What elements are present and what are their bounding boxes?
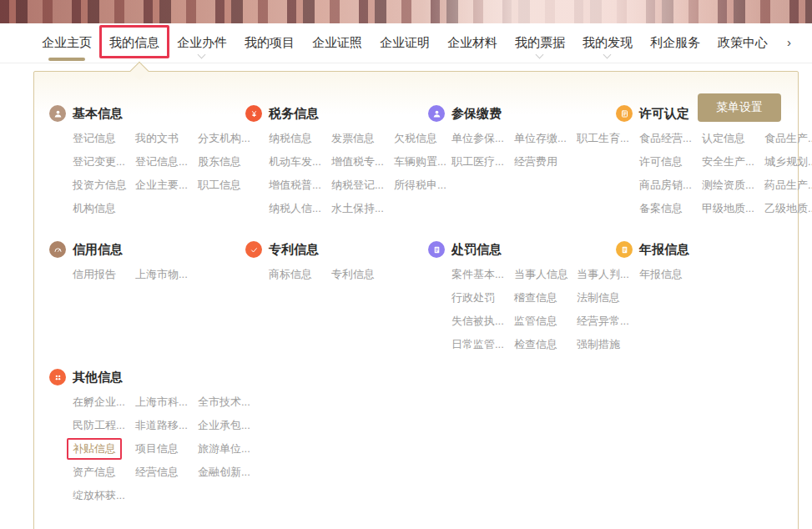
nav-item-enterprise-licenses[interactable]: 企业证照: [312, 23, 362, 63]
section-patent-info: 专利信息商标信息专利信息: [245, 241, 436, 286]
menu-link[interactable]: 强制措施: [577, 333, 623, 356]
menu-link[interactable]: 纳税登记...: [331, 174, 387, 197]
menu-link[interactable]: 金融创新...: [198, 461, 254, 484]
menu-link[interactable]: 监管信息: [514, 310, 561, 333]
insurance-icon: [428, 105, 445, 122]
nav-item-benefit-services[interactable]: 利企服务: [650, 23, 700, 63]
menu-link[interactable]: 在孵企业...: [73, 390, 129, 414]
menu-link[interactable]: 企业主要...: [135, 174, 191, 197]
section-other-info-items: 在孵企业...上海市科...全市技术...民防工程...非道路移...企业承包.…: [73, 390, 240, 507]
menu-link[interactable]: 案件基本...: [451, 263, 507, 286]
menu-link[interactable]: 登记变更...: [73, 150, 129, 174]
menu-link[interactable]: 机构信息: [73, 197, 119, 220]
section-title: 税务信息: [269, 106, 319, 122]
menu-link[interactable]: 项目信息: [135, 437, 182, 461]
menu-link[interactable]: 职工医疗...: [451, 150, 507, 174]
menu-link[interactable]: 单位参保...: [451, 127, 507, 150]
menu-link[interactable]: 经营信息: [135, 461, 182, 484]
section-basic-info-header: 基本信息: [49, 105, 240, 122]
nav-item-my-projects[interactable]: 我的项目: [245, 23, 295, 63]
menu-link[interactable]: 资产信息: [73, 461, 119, 484]
menu-link[interactable]: 非道路移...: [135, 414, 191, 437]
menu-link[interactable]: 投资方信息: [73, 174, 130, 197]
menu-link[interactable]: 法制信息: [577, 286, 623, 310]
section-title: 基本信息: [73, 106, 123, 122]
menu-link[interactable]: 纳税信息: [269, 127, 315, 150]
menu-link[interactable]: 检查信息: [514, 333, 561, 356]
menu-link[interactable]: 绽放杯获...: [73, 484, 129, 507]
nav-item-label: 我的发现: [583, 35, 633, 51]
nav-item-my-discovery[interactable]: 我的发现: [583, 23, 633, 63]
annotation-box-subsidy-info: [67, 438, 122, 460]
nav-item-enterprise-matters[interactable]: 企业办件: [177, 23, 227, 63]
menu-link[interactable]: 单位存缴...: [514, 127, 570, 150]
nav-item-enterprise-home[interactable]: 企业主页: [42, 23, 92, 63]
nav-item-my-info[interactable]: 我的信息: [109, 23, 159, 63]
menu-link[interactable]: 商品房销...: [639, 174, 695, 197]
user-icon: [49, 105, 66, 122]
section-annual-report-info-header: 年报信息: [616, 241, 806, 258]
section-title: 专利信息: [269, 242, 319, 258]
menu-link[interactable]: 所得税申...: [394, 174, 450, 197]
menu-link[interactable]: 职工信息: [198, 174, 245, 197]
nav-item-label: 我的信息: [109, 35, 159, 51]
nav-item-label: 企业材料: [447, 35, 497, 51]
nav-item-label: 企业办件: [177, 35, 227, 51]
menu-link[interactable]: 食品经营...: [639, 127, 695, 150]
menu-link[interactable]: 乙级地质...: [764, 197, 812, 220]
menu-link[interactable]: 经营费用: [514, 150, 561, 174]
menu-link-subsidy-info[interactable]: 补贴信息: [73, 437, 119, 461]
menu-link[interactable]: 登记信息: [73, 127, 119, 150]
menu-link[interactable]: 甲级地质...: [702, 197, 758, 220]
menu-link[interactable]: 发票信息: [331, 127, 378, 150]
panel-caret-icon: [130, 62, 149, 81]
menu-link[interactable]: 水土保持...: [331, 197, 387, 220]
nav-item-my-invoices[interactable]: 我的票据: [515, 23, 565, 63]
menu-link[interactable]: 失信被执...: [451, 310, 507, 333]
nav-item-enterprise-certificates[interactable]: 企业证明: [380, 23, 430, 63]
menu-link[interactable]: 登记信息...: [135, 150, 191, 174]
menu-link[interactable]: 纳税人信...: [269, 197, 325, 220]
menu-link[interactable]: 上海市科...: [135, 390, 191, 414]
menu-link[interactable]: 旅游单位...: [198, 437, 254, 461]
menu-link[interactable]: 增值税普...: [269, 174, 325, 197]
section-tax-info: 税务信息纳税信息发票信息欠税信息机动车发...增值税专...车辆购置...增值税…: [245, 105, 436, 220]
menu-link[interactable]: 信用报告: [73, 263, 119, 286]
menu-link[interactable]: 商标信息: [269, 263, 315, 286]
menu-link[interactable]: 许可信息: [639, 150, 686, 174]
nav-more-arrow-icon[interactable]: ›: [787, 23, 791, 63]
menu-link[interactable]: 股东信息: [198, 150, 245, 174]
menu-link[interactable]: 全市技术...: [198, 390, 254, 414]
menu-link[interactable]: 民防工程...: [73, 414, 129, 437]
section-credit-info: 信用信息信用报告上海市物...: [49, 241, 240, 286]
menu-link[interactable]: 我的文书: [135, 127, 182, 150]
section-title: 处罚信息: [451, 242, 502, 258]
section-basic-info-items: 登记信息我的文书分支机构...登记变更...登记信息...股东信息投资方信息企业…: [73, 127, 240, 220]
menu-link[interactable]: 企业承包...: [198, 414, 254, 437]
section-title: 其他信息: [73, 370, 123, 385]
menu-link[interactable]: 稽查信息: [514, 286, 561, 310]
menu-link[interactable]: 增值税专...: [331, 150, 387, 174]
chevron-down-icon: [536, 51, 544, 59]
menu-link[interactable]: 当事人信息: [514, 263, 572, 286]
menu-link[interactable]: 药品生产...: [764, 174, 812, 197]
menu-link[interactable]: 食品生产...: [764, 127, 812, 150]
menu-link[interactable]: 安全生产...: [702, 150, 758, 174]
section-license-certification-items: 食品经营...认定信息食品生产...许可信息安全生产...城乡规划...商品房销…: [639, 127, 806, 220]
menu-link[interactable]: 备案信息: [639, 197, 686, 220]
nav-item-policy-center[interactable]: 政策中心: [718, 23, 768, 63]
menu-link[interactable]: 上海市物...: [135, 263, 191, 286]
menu-link[interactable]: 行政处罚: [451, 286, 498, 310]
menu-link[interactable]: 年报信息: [639, 263, 686, 286]
menu-link[interactable]: 城乡规划...: [764, 150, 812, 174]
section-insurance-payment: 参保缴费单位参保...单位存缴...职工生育...职工医疗...经营费用: [428, 105, 618, 174]
section-penalty-info: 处罚信息案件基本...当事人信息当事人判...行政处罚稽查信息法制信息失信被执.…: [428, 241, 618, 356]
menu-link[interactable]: 经营异常...: [577, 310, 633, 333]
menu-link[interactable]: 机动车发...: [269, 150, 325, 174]
menu-link[interactable]: 日常监管...: [451, 333, 507, 356]
nav-item-enterprise-materials[interactable]: 企业材料: [447, 23, 497, 63]
menu-link[interactable]: 测绘资质...: [702, 174, 758, 197]
grid-spacer: [394, 263, 397, 286]
menu-link[interactable]: 认定信息: [702, 127, 749, 150]
menu-link[interactable]: 专利信息: [331, 263, 378, 286]
